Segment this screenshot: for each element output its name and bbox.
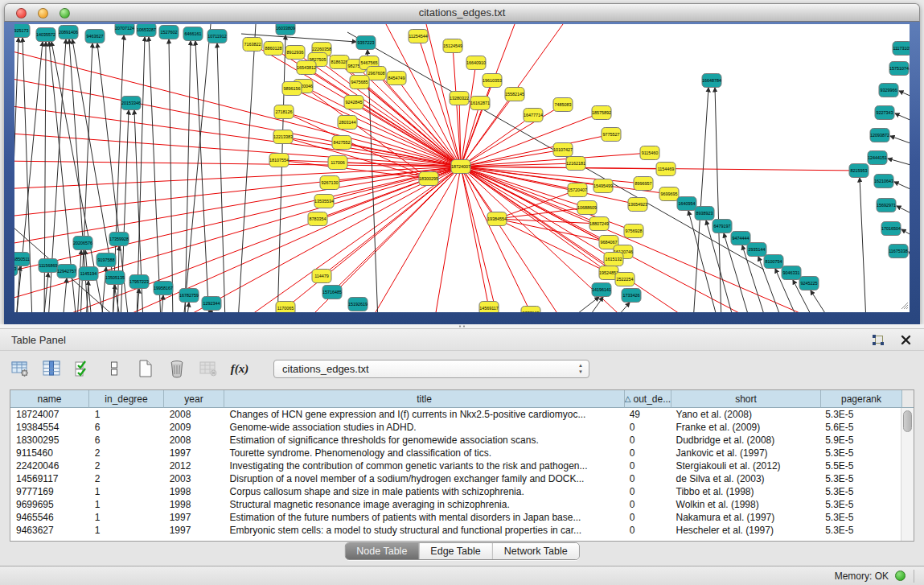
table-cell[interactable]: Jankovic et al. (1997) (671, 447, 820, 459)
table-cell[interactable]: 2008 (164, 408, 224, 421)
delete-column-icon[interactable] (166, 358, 187, 379)
delete-table-icon[interactable] (198, 358, 219, 379)
column-header-out_de[interactable]: △out_de... (625, 390, 671, 408)
graph-node[interactable]: 15692971 (877, 199, 896, 212)
memory-ok-indicator-icon[interactable] (895, 571, 906, 581)
graph-node[interactable]: 13535534 (314, 195, 334, 208)
graph-node[interactable]: 11675338 (889, 245, 908, 258)
graph-node[interactable]: 9474444 (731, 232, 750, 245)
graph-node[interactable]: 9699695 (659, 187, 679, 201)
graph-node[interactable]: 6466161 (183, 27, 203, 41)
graph-node[interactable]: 12093872 (870, 129, 889, 142)
table-cell[interactable]: 6 (89, 434, 164, 447)
graph-node[interactable]: 16210643 (874, 175, 893, 188)
table-cell[interactable]: 9115460 (10, 447, 89, 459)
graph-node[interactable]: 20206576 (73, 237, 92, 250)
table-cell[interactable]: Hescheler et al. (1997) (671, 524, 820, 537)
graph-node[interactable]: 14196141 (592, 283, 611, 297)
vertical-scrollbar[interactable] (901, 408, 914, 541)
graph-node[interactable]: 8427552 (332, 136, 351, 150)
graph-node[interactable]: 16850511 (14, 253, 30, 266)
graph-node[interactable]: 8100754 (764, 255, 783, 269)
graph-node[interactable]: 114479 (312, 270, 331, 283)
minimize-window-button[interactable] (38, 8, 48, 19)
column-header-in_degree[interactable]: in_degree (89, 390, 164, 408)
graph-node[interactable]: 1170065 (276, 302, 295, 313)
graph-node[interactable]: 9357223 (356, 36, 376, 50)
column-header-year[interactable]: year (164, 390, 224, 408)
graph-node[interactable]: 11173105 (893, 42, 910, 56)
table-cell[interactable]: 5.3E-5 (819, 447, 901, 459)
graph-node[interactable]: 16640910 (466, 56, 486, 70)
table-cell[interactable]: 1 (89, 511, 164, 524)
table-cell[interactable]: Corpus callosum shape and size in male p… (224, 485, 624, 498)
graph-node[interactable]: 9475685 (350, 76, 369, 89)
scrollbar-thumb[interactable] (903, 410, 912, 432)
graph-node[interactable]: 8454749 (387, 72, 406, 85)
table-cell[interactable]: 5.3E-5 (819, 524, 901, 537)
graph-node[interactable]: 1527602 (159, 26, 179, 39)
graph-node[interactable]: 10107427 (553, 143, 573, 157)
graph-node[interactable]: 11254544 (409, 30, 428, 43)
column-header-pagerank[interactable]: pagerank (821, 390, 902, 408)
tab-node-table[interactable]: Node Table (345, 543, 418, 559)
table-cell[interactable]: 5.3E-5 (819, 408, 901, 421)
graph-node[interactable]: 1154469 (656, 163, 676, 176)
function-builder-icon[interactable]: f(x) (229, 358, 250, 379)
table-cell[interactable]: 2012 (164, 459, 224, 472)
table-cell[interactable]: Tourette syndrome. Phenomenology and cla… (224, 447, 624, 459)
table-cell[interactable]: 5.3E-5 (819, 511, 901, 524)
graph-node[interactable]: 15582145 (505, 88, 524, 101)
graph-node[interactable]: 16033809 (276, 24, 295, 35)
float-panel-icon[interactable] (871, 333, 885, 346)
graph-node[interactable]: 10711912 (207, 30, 227, 43)
graph-node[interactable]: 12162181 (566, 157, 585, 171)
table-cell[interactable]: 0 (624, 485, 671, 498)
table-cell[interactable]: 5.3E-5 (819, 498, 901, 511)
table-cell[interactable]: 5.5E-5 (819, 459, 901, 472)
graph-node[interactable]: 2718126 (274, 105, 294, 119)
table-cell[interactable]: 0 (624, 498, 671, 511)
table-cell[interactable]: Genome-wide association studies in ADHD. (224, 421, 624, 434)
graph-node[interactable]: 117006 (328, 156, 347, 170)
graph-node[interactable]: 13654923 (628, 198, 647, 212)
graph-node[interactable]: 7485083 (553, 98, 573, 112)
table-cell[interactable]: 1997 (164, 447, 224, 459)
table-cell[interactable]: 1998 (164, 498, 224, 511)
table-cell[interactable]: Yano et al. (2008) (671, 408, 820, 421)
graph-node[interactable]: 9777169 (521, 307, 540, 313)
table-selector-dropdown[interactable]: citations_edges.txt ▲▼ (273, 360, 589, 378)
graph-node[interactable]: 12213383 (273, 130, 293, 144)
table-cell[interactable]: 9463627 (10, 524, 89, 537)
table-row[interactable]: 977716911998Corpus callosum shape and si… (10, 485, 901, 498)
graph-node[interactable]: 2803144 (338, 116, 357, 130)
graph-node[interactable]: 16162871 (470, 97, 490, 110)
table-cell[interactable]: 2008 (164, 434, 224, 447)
graph-node[interactable]: 2522254 (615, 273, 634, 286)
table-row[interactable]: 1872400712008Changes of HCN gene express… (10, 408, 901, 421)
graph-node[interactable]: 9227343 (875, 106, 894, 120)
table-cell[interactable]: 1997 (164, 524, 224, 537)
graph-node[interactable]: 9463627 (85, 30, 105, 43)
graph-node[interactable]: 9046331 (782, 266, 801, 280)
table-cell[interactable]: 5.6E-5 (819, 421, 901, 434)
table-cell[interactable]: 9465546 (10, 511, 89, 524)
graph-node[interactable]: 15751074 (889, 62, 909, 76)
tab-edge-table[interactable]: Edge Table (418, 543, 491, 559)
table-cell[interactable]: Tibbo et al. (1998) (671, 485, 820, 498)
row-height-icon[interactable] (104, 358, 125, 379)
table-row[interactable]: 2242004622012Investigating the contribut… (10, 459, 901, 472)
graph-node[interactable]: 10688609 (577, 201, 597, 215)
graph-node[interactable]: 15716485 (322, 286, 342, 299)
graph-node[interactable]: 18807249 (589, 217, 609, 231)
table-cell[interactable]: Dudbridge et al. (2008) (671, 434, 820, 447)
table-cell[interactable]: 2 (89, 472, 164, 485)
graph-node[interactable]: 1640954 (677, 197, 696, 211)
table-cell[interactable]: 19384554 (10, 421, 89, 434)
table-cell[interactable]: Changes of HCN gene expression and I(f) … (224, 408, 624, 421)
tab-network-table[interactable]: Network Table (492, 543, 579, 559)
new-column-icon[interactable] (135, 358, 156, 379)
table-row[interactable]: 911546021997Tourette syndrome. Phenomeno… (10, 447, 901, 459)
close-window-button[interactable] (16, 8, 27, 19)
table-row[interactable]: 1830029562008Estimation of significance … (10, 434, 901, 447)
